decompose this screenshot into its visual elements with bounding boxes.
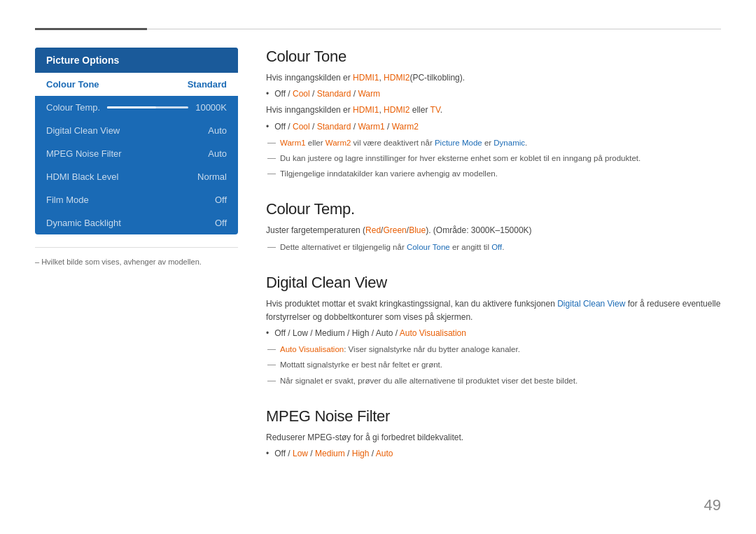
film-mode-label: Film Mode: [46, 195, 89, 205]
colour-tone-note2: — Du kan justere og lagre innstillinger …: [266, 152, 721, 165]
colour-tone-intro2: Hvis inngangskilden er HDMI1, HDMI2 elle…: [266, 104, 721, 117]
note-dash-7: —: [267, 374, 276, 388]
mpeg-noise-body: Reduserer MPEG-støy for å gi forbedret b…: [266, 431, 721, 461]
footnote-divider: [35, 247, 238, 248]
menu-item-mpeg-noise[interactable]: MPEG Noise Filter Auto: [35, 142, 238, 165]
colour-temp-value: 10000K: [195, 102, 227, 113]
colour-temp-section-title: Colour Temp.: [266, 200, 721, 218]
section-mpeg-noise: MPEG Noise Filter Reduserer MPEG-støy fo…: [266, 407, 721, 461]
note-dash-2: —: [267, 152, 276, 165]
colour-tone-value: Standard: [188, 79, 227, 90]
slider-fill: [107, 106, 156, 108]
mpeg-noise-value: Auto: [208, 148, 227, 159]
top-lines: [35, 28, 721, 30]
top-line-dark: [35, 28, 147, 30]
mpeg-noise-label: MPEG Noise Filter: [46, 148, 122, 159]
colour-tone-body: Hvis inngangskilden er HDMI1, HDMI2(PC-t…: [266, 71, 721, 181]
digital-clean-view-intro: Hvis produktet mottar et svakt kringkast…: [266, 297, 721, 324]
hdmi2-link2: HDMI2: [384, 105, 410, 115]
mpeg-noise-section-title: MPEG Noise Filter: [266, 407, 721, 426]
hdmi1-link: HDMI1: [353, 73, 379, 83]
mpeg-noise-intro: Reduserer MPEG-støy for å gi forbedret b…: [266, 431, 721, 444]
section-colour-temp: Colour Temp. Juster fargetemperaturen (R…: [266, 200, 721, 253]
menu-item-film-mode[interactable]: Film Mode Off: [35, 188, 238, 211]
digital-clean-view-bullet1: • Off / Low / Medium / High / Auto / Aut…: [266, 327, 721, 340]
bullet-dot-4: •: [266, 447, 269, 461]
hdmi1-link2: HDMI1: [353, 105, 379, 115]
digital-clean-view-note3: — Når signalet er svakt, prøver du alle …: [266, 374, 721, 388]
digital-clean-view-note2: — Mottatt signalstyrke er best når felte…: [266, 358, 721, 372]
colour-temp-slider[interactable]: [107, 106, 188, 108]
colour-tone-section-title: Colour Tone: [266, 48, 721, 66]
bullet-dot-2: •: [266, 120, 269, 134]
colour-tone-note3: — Tilgjengelige inndatakilder kan varier…: [266, 167, 721, 181]
page-container: Picture Options Colour Tone Standard Col…: [0, 0, 756, 534]
colour-tone-label: Colour Tone: [46, 79, 99, 90]
dynamic-backlight-label: Dynamic Backlight: [46, 218, 121, 228]
colour-temp-note1: — Dette alternativet er tilgjengelig når…: [266, 241, 721, 254]
colour-temp-body: Juster fargetemperaturen (Red/Green/Blue…: [266, 224, 721, 253]
hdmi-black-value: Normal: [197, 171, 227, 182]
colour-temp-intro: Juster fargetemperaturen (Red/Green/Blue…: [266, 224, 721, 237]
colour-temp-label: Colour Temp.: [46, 102, 100, 113]
left-panel: Picture Options Colour Tone Standard Col…: [35, 48, 238, 480]
section-digital-clean-view: Digital Clean View Hvis produktet mottar…: [266, 274, 721, 388]
menu-item-dynamic-backlight[interactable]: Dynamic Backlight Off: [35, 211, 238, 234]
bullet-dot-3: •: [266, 327, 269, 340]
colour-tone-bullet2: • Off / Cool / Standard / Warm1 / Warm2: [266, 120, 721, 134]
top-line-light: [147, 29, 721, 29]
note-dash-6: —: [267, 358, 276, 372]
menu-item-colour-tone[interactable]: Colour Tone Standard: [35, 73, 238, 96]
mpeg-noise-bullet1: • Off / Low / Medium / High / Auto: [266, 447, 721, 461]
panel-footnote: – Hvilket bilde som vises, avhenger av m…: [35, 247, 238, 266]
picture-options-box: Picture Options Colour Tone Standard Col…: [35, 48, 238, 234]
digital-clean-view-note1: — Auto Visualisation: Viser signalstyrke…: [266, 343, 721, 356]
colour-tone-note1: — Warm1 eller Warm2 vil være deaktivert …: [266, 136, 721, 150]
main-layout: Picture Options Colour Tone Standard Col…: [35, 48, 721, 480]
right-content: Colour Tone Hvis inngangskilden er HDMI1…: [266, 48, 721, 480]
note-dash-1: —: [267, 136, 276, 150]
tv-link: TV: [430, 105, 440, 115]
dynamic-backlight-value: Off: [215, 218, 227, 228]
digital-clean-view-section-title: Digital Clean View: [266, 274, 721, 292]
menu-item-digital-clean-view[interactable]: Digital Clean View Auto: [35, 119, 238, 142]
bullet-dot-1: •: [266, 87, 269, 101]
digital-clean-view-body: Hvis produktet mottar et svakt kringkast…: [266, 297, 721, 388]
note-dash-5: —: [267, 343, 276, 356]
hdmi2-link: HDMI2: [384, 73, 410, 83]
menu-item-colour-temp[interactable]: Colour Temp. 10000K: [35, 96, 238, 119]
note-dash-4: —: [267, 241, 276, 254]
page-number: 49: [704, 496, 721, 514]
colour-tone-bullet1: • Off / Cool / Standard / Warm: [266, 87, 721, 101]
digital-clean-view-value: Auto: [208, 125, 227, 136]
picture-options-title: Picture Options: [35, 48, 238, 73]
digital-clean-view-label: Digital Clean View: [46, 125, 120, 136]
section-colour-tone: Colour Tone Hvis inngangskilden er HDMI1…: [266, 48, 721, 181]
colour-tone-intro1: Hvis inngangskilden er HDMI1, HDMI2(PC-t…: [266, 71, 721, 85]
note-dash-3: —: [267, 167, 276, 181]
menu-item-hdmi-black[interactable]: HDMI Black Level Normal: [35, 165, 238, 188]
film-mode-value: Off: [215, 195, 227, 205]
hdmi-black-label: HDMI Black Level: [46, 171, 118, 182]
